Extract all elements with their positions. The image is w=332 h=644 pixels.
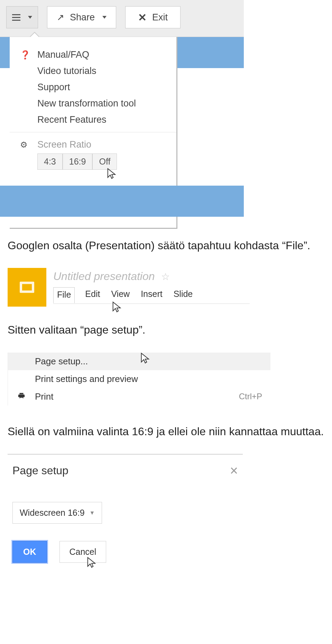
screenshot-google-slides-header: Untitled presentation ☆ File Edit View I…: [8, 268, 250, 307]
menu-item-video-tutorials[interactable]: Video tutorials: [10, 63, 176, 79]
instruction-text-2: Sitten valitaan “page setup”.: [0, 318, 332, 341]
cursor-icon: [111, 301, 123, 313]
screenshot-file-menu: Page setup... Print settings and preview…: [8, 353, 270, 405]
help-icon: ❓: [20, 50, 30, 60]
menu-button[interactable]: [6, 6, 38, 28]
exit-button-label: Exit: [152, 12, 168, 23]
aspect-ratio-select[interactable]: Widescreen 16:9 ▼: [12, 502, 102, 524]
ok-button[interactable]: OK: [12, 541, 47, 563]
ratio-option-4-3[interactable]: 4:3: [37, 153, 63, 170]
menu-edit[interactable]: Edit: [84, 287, 101, 303]
menu-item-label: Print: [35, 391, 53, 402]
close-icon[interactable]: ×: [230, 463, 238, 478]
menu-insert[interactable]: Insert: [140, 287, 163, 303]
document-title[interactable]: Untitled presentation: [53, 270, 155, 282]
ratio-option-off[interactable]: Off: [92, 153, 117, 170]
menu-item-print-settings[interactable]: Print settings and preview: [8, 370, 270, 388]
cursor-icon: [139, 352, 151, 364]
menu-item-manual-faq[interactable]: ❓ Manual/FAQ: [10, 47, 176, 63]
menu-item-new-transformation-tool[interactable]: New transformation tool: [10, 95, 176, 112]
cursor-icon: [106, 168, 118, 179]
print-icon: [18, 392, 25, 402]
share-button-label: Share: [70, 12, 95, 23]
menu-bar: File Edit View Insert Slide: [53, 287, 250, 304]
divider: [10, 132, 176, 132]
exit-button[interactable]: ✕ Exit: [125, 6, 181, 28]
menu-slide[interactable]: Slide: [173, 287, 194, 303]
menu-item-label: Recent Features: [37, 114, 107, 125]
toolbar: ↗ Share ✕ Exit: [0, 0, 244, 37]
select-value: Widescreen 16:9: [20, 508, 85, 518]
close-icon: ✕: [138, 11, 147, 24]
menu-item-support[interactable]: Support: [10, 79, 176, 95]
slides-icon: [17, 278, 37, 297]
menu-item-recent-features[interactable]: Recent Features: [10, 112, 176, 128]
slides-logo[interactable]: [8, 268, 46, 307]
menu-file[interactable]: File: [53, 287, 75, 303]
instruction-text-1: Googlen osalta (Presentation) säätö tapa…: [0, 234, 332, 257]
screenshot-page-setup-dialog: Page setup × Widescreen 16:9 ▼ OK Cancel: [8, 454, 243, 571]
menu-item-label: New transformation tool: [37, 98, 136, 109]
menu-item-print[interactable]: Print Ctrl+P: [8, 388, 270, 405]
dialog-title: Page setup: [12, 464, 68, 477]
menu-item-label: Page setup...: [35, 356, 88, 367]
screenshot-toolbar-dropdown: ↗ Share ✕ Exit ❓ Manual/FAQ Video tutori…: [0, 0, 244, 217]
ratio-option-16-9[interactable]: 16:9: [63, 153, 93, 170]
menu-item-label: Support: [37, 82, 70, 92]
slide-background: [0, 186, 244, 217]
instruction-text-3: Siellä on valmiina valinta 16:9 ja ellei…: [0, 420, 332, 443]
menu-item-label: Print settings and preview: [35, 374, 138, 384]
screen-ratio-section: ⚙ Screen Ratio 4:3 16:9 Off: [10, 137, 176, 172]
chevron-down-icon: ▼: [90, 510, 95, 516]
share-icon: ↗: [57, 12, 64, 23]
share-button[interactable]: ↗ Share: [47, 6, 116, 28]
cancel-button[interactable]: Cancel: [59, 541, 107, 563]
star-icon[interactable]: ☆: [161, 271, 170, 282]
gear-icon: ⚙: [20, 140, 30, 150]
keyboard-shortcut: Ctrl+P: [239, 392, 262, 401]
screen-ratio-label: Screen Ratio: [37, 139, 91, 150]
menu-item-label: Video tutorials: [37, 66, 96, 76]
hamburger-icon: [12, 14, 20, 21]
menu-view[interactable]: View: [110, 287, 130, 303]
menu-item-label: Manual/FAQ: [37, 49, 89, 60]
cursor-icon: [86, 557, 98, 568]
